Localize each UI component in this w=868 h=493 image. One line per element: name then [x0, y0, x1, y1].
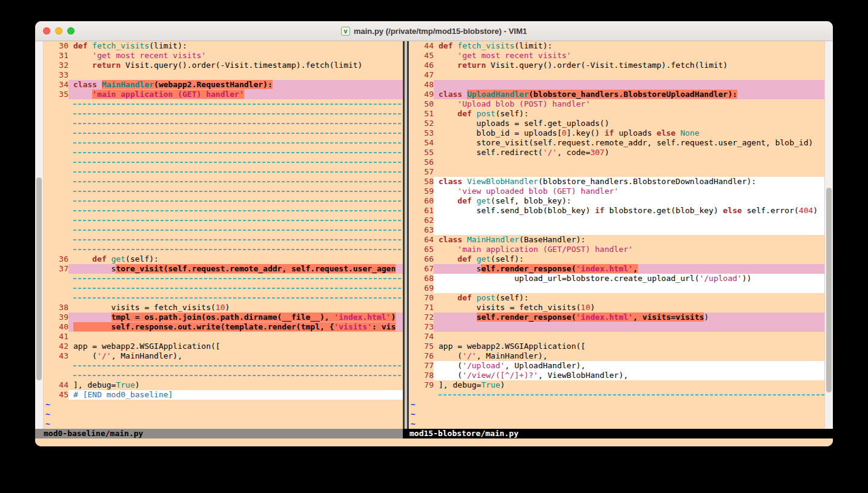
diff-filler-line[interactable] [44, 177, 403, 187]
code-text[interactable]: upload_url=blobstore.create_upload_url('… [434, 274, 824, 283]
diff-filler-line[interactable] [44, 274, 403, 283]
diff-filler-line[interactable] [44, 196, 403, 206]
code-text[interactable] [68, 187, 403, 196]
code-line[interactable]: 33 [44, 70, 403, 80]
code-line[interactable]: 54 store_visit(self.request.remote_addr,… [409, 138, 824, 148]
code-line[interactable]: 50 'Upload blob (POST) handler' [409, 99, 824, 109]
code-text[interactable]: uploads = self.get_uploads() [434, 119, 824, 128]
code-text[interactable]: def get(self): [68, 254, 403, 264]
statusline-active[interactable]: mod15-blobstore/main.py [403, 429, 833, 438]
code-text[interactable]: # [END mod0_baseline] [68, 390, 403, 400]
code-text[interactable] [68, 216, 403, 225]
code-text[interactable] [68, 332, 403, 342]
diff-filler-line[interactable] [44, 235, 403, 245]
code-text[interactable] [68, 109, 403, 119]
code-text[interactable] [434, 332, 824, 342]
code-line[interactable]: 66 def get(self): [409, 254, 824, 264]
right-scrollbar[interactable] [824, 41, 833, 429]
code-line[interactable]: 60 def get(self, blob_key): [409, 196, 824, 206]
code-text[interactable]: store_visit(self.request.remote_addr, se… [68, 264, 403, 274]
code-text[interactable]: blob_id = uploads[0].key() if uploads el… [434, 128, 824, 138]
code-line[interactable]: 36 def get(self): [44, 254, 403, 264]
diff-filler-line[interactable] [44, 216, 403, 225]
code-line[interactable]: 79], debug=True) [409, 380, 824, 390]
code-text[interactable] [68, 206, 403, 216]
code-line[interactable]: 43 ('/', MainHandler), [44, 351, 403, 361]
pane-mod0-baseline[interactable]: 30def fetch_visits(limit):31 'get most r… [44, 41, 403, 429]
code-line[interactable]: 72 self.render_response('index.html', vi… [409, 313, 824, 322]
code-line[interactable]: 74 [409, 332, 824, 342]
code-text[interactable]: ], debug=True) [68, 380, 403, 390]
code-line[interactable]: 48 [409, 80, 824, 90]
diff-filler-line[interactable] [44, 225, 403, 235]
code-line[interactable]: 45 'get most recent visits' [409, 51, 824, 61]
diff-filler-line[interactable] [44, 283, 403, 293]
diff-filler-line[interactable] [44, 119, 403, 128]
diff-filler-line[interactable] [44, 206, 403, 216]
code-line[interactable]: 61 self.send_blob(blob_key) if blobstore… [409, 206, 824, 216]
code-line[interactable]: 45# [END mod0_baseline] [44, 390, 403, 400]
diff-filler-line[interactable] [44, 361, 403, 371]
code-text[interactable]: ('/upload', UploadHandler), [434, 361, 824, 371]
code-text[interactable] [434, 70, 824, 80]
code-text[interactable]: class MainHandler(webapp2.RequestHandler… [68, 80, 403, 90]
code-text[interactable]: self.render_response('index.html', visit… [434, 313, 824, 322]
diff-filler-line[interactable] [44, 109, 403, 119]
code-text[interactable] [68, 119, 403, 128]
code-text[interactable] [68, 148, 403, 157]
statusline-inactive[interactable]: mod0-baseline/main.py [35, 429, 403, 438]
right-scrollbar-thumb[interactable] [826, 188, 832, 392]
code-text[interactable]: store_visit(self.request.remote_addr, se… [434, 138, 824, 148]
diff-filler-line[interactable] [44, 187, 403, 196]
code-line[interactable]: 42app = webapp2.WSGIApplication([ [44, 342, 403, 351]
code-text[interactable]: self.redirect('/', code=307) [434, 148, 824, 157]
code-line[interactable]: 53 blob_id = uploads[0].key() if uploads… [409, 128, 824, 138]
code-text[interactable] [68, 70, 403, 80]
code-line[interactable]: 70 def post(self): [409, 293, 824, 303]
diff-filler-line[interactable] [409, 390, 824, 400]
code-text[interactable] [68, 361, 403, 371]
code-line[interactable]: 58class ViewBlobHandler(blobstore_handle… [409, 177, 824, 187]
code-line[interactable]: 68 upload_url=blobstore.create_upload_ur… [409, 274, 824, 283]
code-line[interactable]: 59 'view uploaded blob (GET) handler' [409, 187, 824, 196]
code-text[interactable]: ], debug=True) [434, 380, 824, 390]
diff-filler-line[interactable] [44, 138, 403, 148]
left-scrollbar-thumb[interactable] [36, 177, 42, 380]
code-text[interactable]: class MainHandler(BaseHandler): [434, 235, 824, 245]
code-text[interactable]: ('/', MainHandler), [434, 351, 824, 361]
code-line[interactable]: 51 def post(self): [409, 109, 824, 119]
code-text[interactable] [68, 245, 403, 254]
code-text[interactable] [68, 128, 403, 138]
code-text[interactable] [434, 283, 824, 293]
code-line[interactable]: 41 [44, 332, 403, 342]
diff-filler-line[interactable] [44, 167, 403, 177]
code-text[interactable]: ('/', MainHandler), [68, 351, 403, 361]
code-text[interactable] [68, 293, 403, 303]
code-text[interactable]: 'main application (GET/POST) handler' [434, 245, 824, 254]
code-text[interactable]: 'view uploaded blob (GET) handler' [434, 187, 824, 196]
code-text[interactable]: app = webapp2.WSGIApplication([ [434, 342, 824, 351]
code-line[interactable]: 40 self.response.out.write(template.rend… [44, 322, 403, 332]
vertical-split-separator[interactable] [403, 41, 409, 429]
code-line[interactable]: 35 'main application (GET) handler' [44, 90, 403, 99]
code-line[interactable]: 57 [409, 167, 824, 177]
code-line[interactable]: 38 visits = fetch_visits(10) [44, 303, 403, 313]
code-line[interactable]: 49class UploadHandler(blobstore_handlers… [409, 90, 824, 99]
code-text[interactable] [434, 216, 824, 225]
code-text[interactable]: self.send_blob(blob_key) if blobstore.ge… [434, 206, 824, 216]
code-text[interactable] [68, 196, 403, 206]
code-line[interactable]: 47 [409, 70, 824, 80]
code-text[interactable]: def post(self): [434, 293, 824, 303]
code-text[interactable]: def fetch_visits(limit): [434, 41, 824, 51]
code-text[interactable]: tmpl = os.path.join(os.path.dirname(__fi… [68, 313, 403, 322]
code-text[interactable]: visits = fetch_visits(10) [68, 303, 403, 313]
code-line[interactable]: 73 [409, 322, 824, 332]
code-line[interactable]: 78 ('/view/([^/]+)?', ViewBlobHandler), [409, 371, 824, 380]
code-line[interactable]: 71 visits = fetch_visits(10) [409, 303, 824, 313]
diff-filler-line[interactable] [44, 371, 403, 380]
diff-filler-line[interactable] [44, 148, 403, 157]
code-text[interactable]: self.response.out.write(template.render(… [68, 322, 403, 332]
code-line[interactable]: 65 'main application (GET/POST) handler' [409, 245, 824, 254]
code-line[interactable]: 63 [409, 225, 824, 235]
code-text[interactable] [68, 167, 403, 177]
